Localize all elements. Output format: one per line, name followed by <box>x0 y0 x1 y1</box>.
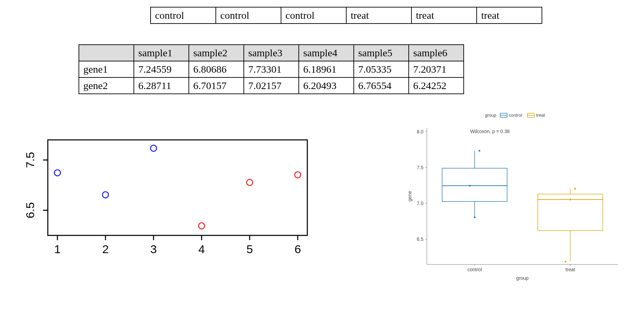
svg-text:4: 4 <box>198 243 205 256</box>
box <box>442 168 507 201</box>
jitter-point <box>574 188 576 190</box>
scatter-point <box>198 223 205 229</box>
stat-annotation: Wilcoxon, p = 0.38 <box>470 129 510 134</box>
svg-text:8.0: 8.0 <box>417 129 424 134</box>
scatter-point <box>54 170 60 176</box>
jitter-point <box>565 261 566 262</box>
row-label: gene1 <box>79 61 134 77</box>
groups-cell: treat <box>346 7 411 24</box>
groups-cell: control <box>281 7 346 24</box>
svg-text:7.5: 7.5 <box>417 165 424 170</box>
groups-table: control control control treat treat trea… <box>150 7 542 24</box>
x-tick-label: 5 <box>247 243 253 256</box>
x-tick-label: treat <box>565 267 575 272</box>
scatter-point <box>102 192 109 198</box>
cell: 7.24559 <box>134 61 189 77</box>
plot-border <box>48 140 307 235</box>
jitter-point <box>479 150 480 151</box>
cell: 6.28711 <box>134 77 189 94</box>
svg-text:1: 1 <box>54 243 61 256</box>
cell: 6.80686 <box>189 61 244 77</box>
svg-text:treat: treat <box>536 113 545 118</box>
jitter-point <box>469 185 471 187</box>
y-tick-label: 8.0 <box>417 129 424 134</box>
y-tick-label: 6.5 <box>417 236 424 242</box>
groups-cell: treat <box>411 7 477 24</box>
x-tick-label: 1 <box>54 243 61 256</box>
col-header: sample3 <box>244 45 299 61</box>
y-tick-label: 7.0 <box>417 201 424 206</box>
svg-text:2: 2 <box>102 243 109 256</box>
cell: 7.05335 <box>354 61 409 77</box>
expression-table: sample1 sample2 sample3 sample4 sample5 … <box>79 44 464 94</box>
svg-text:5: 5 <box>247 243 253 256</box>
col-header: sample6 <box>409 45 464 61</box>
legend: groupcontroltreat <box>485 113 545 118</box>
jitter-point <box>474 216 476 218</box>
table-row: gene1 7.24559 6.80686 7.73301 6.18961 7.… <box>79 61 464 77</box>
cell: 7.73301 <box>244 61 299 77</box>
groups-cell: control <box>216 7 281 24</box>
x-tick-label: 2 <box>102 243 109 256</box>
cell: 6.20493 <box>299 77 354 94</box>
scatter-plot: 1234566.57.5 <box>14 133 321 266</box>
y-axis-title: gene <box>407 191 412 201</box>
col-header: sample2 <box>189 45 244 61</box>
col-header: sample4 <box>299 45 354 61</box>
svg-text:treat: treat <box>565 267 575 272</box>
svg-text:control: control <box>467 267 482 272</box>
y-tick-label: 7.5 <box>417 165 424 170</box>
table-corner <box>79 45 134 61</box>
svg-text:6.5: 6.5 <box>417 236 424 242</box>
row-label: gene2 <box>79 77 134 94</box>
cell: 6.70157 <box>189 77 244 94</box>
groups-cell: control <box>151 7 216 24</box>
cell: 6.76554 <box>354 77 409 94</box>
jitter-point <box>570 199 571 200</box>
table-row: gene2 6.28711 6.70157 7.02157 6.20493 6.… <box>79 77 464 94</box>
svg-text:control: control <box>509 113 522 118</box>
svg-text:3: 3 <box>150 243 157 256</box>
y-tick-label: 6.5 <box>24 202 37 218</box>
boxplot: groupcontroltreat6.57.07.58.0geneWilcoxo… <box>403 109 635 287</box>
svg-text:6.5: 6.5 <box>24 202 37 218</box>
col-header: sample1 <box>134 45 189 61</box>
y-tick-label: 7.5 <box>24 152 37 168</box>
svg-text:7.0: 7.0 <box>417 201 424 206</box>
svg-text:group: group <box>485 113 496 118</box>
x-tick-label: 3 <box>150 243 157 256</box>
scatter-point <box>295 172 301 178</box>
x-tick-label: control <box>467 267 482 272</box>
x-tick-label: 6 <box>294 243 301 256</box>
scatter-point <box>247 179 253 186</box>
col-header: sample5 <box>354 45 409 61</box>
svg-text:7.5: 7.5 <box>24 152 37 168</box>
x-axis-title: group <box>516 275 529 281</box>
scatter-point <box>151 145 157 151</box>
cell: 6.18961 <box>299 61 354 77</box>
groups-cell: treat <box>477 7 542 24</box>
cell: 7.20371 <box>409 61 464 77</box>
cell: 7.02157 <box>244 77 299 94</box>
x-tick-label: 4 <box>198 243 205 256</box>
svg-text:6: 6 <box>294 243 301 256</box>
cell: 6.24252 <box>409 77 464 94</box>
